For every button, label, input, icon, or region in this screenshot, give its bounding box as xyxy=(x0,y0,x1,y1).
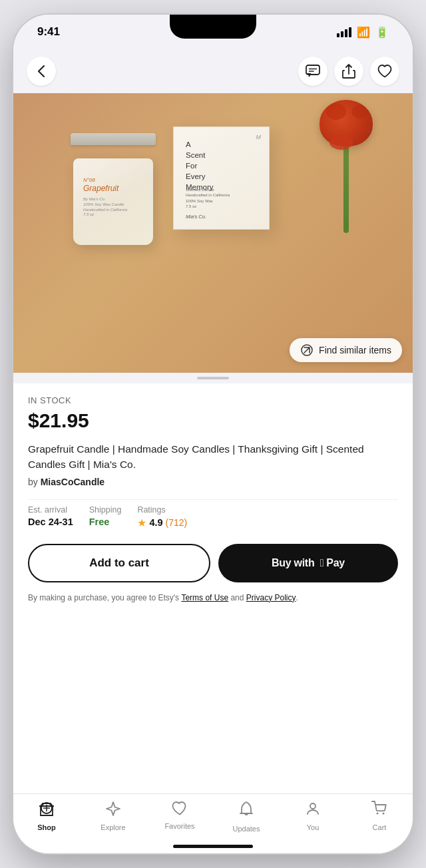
jar-label: N°06 Grapefruit By Mia's Co.100% Soy Wax… xyxy=(83,177,127,218)
ratings-label: Ratings xyxy=(137,505,187,515)
cart-icon xyxy=(371,801,387,821)
tab-explore-label: Explore xyxy=(101,823,125,831)
product-box: M AScentForEveryMemory Scented CandleHan… xyxy=(173,126,273,240)
add-to-cart-button[interactable]: Add to cart xyxy=(28,544,210,582)
wifi-icon: 📶 xyxy=(357,26,370,39)
nav-right-actions xyxy=(298,57,399,86)
tab-updates[interactable]: Updates xyxy=(213,801,280,833)
svg-point-11 xyxy=(383,813,385,815)
buy-with-apple-pay-button[interactable]: Buy with  Pay xyxy=(218,544,398,582)
updates-icon xyxy=(239,801,254,822)
nav-header xyxy=(13,49,413,93)
product-info: IN STOCK $21.95 Grapefruit Candle | Hand… xyxy=(13,383,413,616)
box-subtitle: Scented CandleHandcrafted in California1… xyxy=(186,187,230,210)
message-button[interactable] xyxy=(298,57,327,86)
arrival-item: Est. arrival Dec 24-31 xyxy=(28,505,73,529)
explore-icon xyxy=(105,801,121,821)
seller-name: MiasCoCandle xyxy=(41,477,105,487)
status-bar: 9:41 📶 🔋 xyxy=(13,15,413,49)
battery-icon: 🔋 xyxy=(375,26,389,39)
svg-point-9 xyxy=(310,803,316,809)
tab-updates-label: Updates xyxy=(233,825,260,833)
ratings-item: Ratings ★ 4.9 (712) xyxy=(137,505,187,529)
phone-frame: 9:41 📶 🔋 xyxy=(13,15,413,853)
arrival-label: Est. arrival xyxy=(28,505,73,515)
rating-value: 4.9 xyxy=(149,517,162,528)
you-icon xyxy=(305,801,321,821)
favorite-button[interactable] xyxy=(370,57,399,86)
status-time: 9:41 xyxy=(37,25,60,39)
scroll-dot xyxy=(197,377,229,379)
candle-jar: N°06 Grapefruit By Mia's Co.100% Soy Wax… xyxy=(73,133,160,240)
product-title: Grapefruit Candle | Handmade Soy Candles… xyxy=(28,441,398,473)
rating-count: (712) xyxy=(166,517,188,528)
product-image: N°06 Grapefruit By Mia's Co.100% Soy Wax… xyxy=(13,93,413,373)
tab-shop[interactable]: Shop xyxy=(13,801,80,831)
back-button[interactable] xyxy=(27,57,56,86)
jar-lid xyxy=(71,133,156,145)
product-image-bg: N°06 Grapefruit By Mia's Co.100% Soy Wax… xyxy=(13,93,413,373)
shipping-item: Shipping Free xyxy=(89,505,122,529)
privacy-link[interactable]: Privacy Policy xyxy=(246,593,296,602)
favorites-icon xyxy=(172,801,188,819)
tab-you-label: You xyxy=(307,823,320,831)
tab-you[interactable]: You xyxy=(280,801,346,831)
tab-cart-label: Cart xyxy=(373,823,387,831)
product-price: $21.95 xyxy=(28,409,398,432)
flower xyxy=(320,100,373,233)
rating-row: ★ 4.9 (712) xyxy=(137,517,187,529)
box-text: AScentForEveryMemory xyxy=(186,139,214,192)
status-icons: 📶 🔋 xyxy=(337,26,389,39)
tab-cart[interactable]: Cart xyxy=(346,801,413,831)
find-similar-label: Find similar items xyxy=(319,345,391,355)
action-buttons-row: Add to cart Buy with  Pay xyxy=(28,544,398,582)
tab-explore[interactable]: Explore xyxy=(80,801,146,831)
box-brand: Mia's Co. xyxy=(186,214,206,220)
seller-prefix: by xyxy=(28,477,41,487)
notch xyxy=(170,15,256,39)
star-icon: ★ xyxy=(137,517,146,529)
home-indicator xyxy=(173,845,253,848)
terms-text: By making a purchase, you agree to Etsy'… xyxy=(28,592,398,604)
stock-status: IN STOCK xyxy=(28,395,398,405)
flower-stem xyxy=(343,146,349,233)
seller-line: by MiasCoCandle xyxy=(28,477,398,487)
box-body: M AScentForEveryMemory Scented CandleHan… xyxy=(173,126,270,230)
share-button[interactable] xyxy=(334,57,363,86)
svg-point-10 xyxy=(377,813,379,815)
scroll-indicator xyxy=(13,373,413,383)
shipping-row: Est. arrival Dec 24-31 Shipping Free Rat… xyxy=(28,499,398,529)
tab-favorites-label: Favorites xyxy=(164,822,194,830)
shop-icon xyxy=(38,801,55,821)
jar-body: N°06 Grapefruit By Mia's Co.100% Soy Wax… xyxy=(73,158,153,245)
flower-head xyxy=(320,100,373,146)
shipping-value: Free xyxy=(89,517,122,527)
svg-rect-0 xyxy=(306,65,320,75)
signal-bars-icon xyxy=(337,27,351,37)
arrival-value: Dec 24-31 xyxy=(28,517,73,527)
shipping-label: Shipping xyxy=(89,505,122,515)
tab-favorites[interactable]: Favorites xyxy=(146,801,213,830)
tab-shop-label: Shop xyxy=(37,823,56,831)
terms-link[interactable]: Terms of Use xyxy=(181,593,228,602)
find-similar-button[interactable]: Find similar items xyxy=(290,338,402,362)
tab-bar: Shop Explore Favorites xyxy=(13,793,413,853)
